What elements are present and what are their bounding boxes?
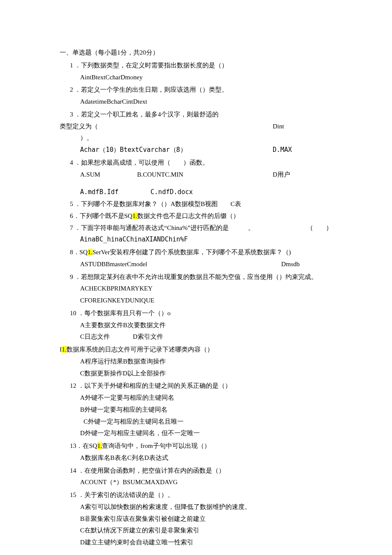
section-title: 一、单选题（每小题1分，共20分） [60,47,332,59]
q1-options: AintBtextCcharDmoney [60,72,332,84]
q7-options: AinaBC_hinaCChinaXIANDChin%F [60,234,332,246]
q13-highlight: 1. [97,442,102,449]
question-15: 15 ．关于索引的说法错误的是（）。 [60,489,332,501]
q5-num: 5 [70,200,73,207]
q2-text: ．若定义一个学生的出生日期，则应该选用（）类型。 [75,86,228,93]
q3-text: ．若定义一个职工姓名，最多4个汉字，则最舒适的 [75,111,219,118]
q3-num: 3 [70,111,73,118]
q3-text2: 类型定义为（ [60,121,98,133]
q10-options-1: A主要数据文件B次要数据文件 [60,320,332,331]
q15-text: ．关于索引的说法错误的是（）。 [78,491,174,498]
q13-num: 13 [70,442,76,449]
q4-text: ．如果想求最高成绩，可以使用（ ）函数。 [75,159,209,166]
q7-right: （ ） [317,222,332,234]
q8-post: SerVer安装程序创建了四个系统数据库，下列哪个不是系统数据库？（) [92,249,291,256]
q8-options-left: ASTUDBBmasterCmodel [80,261,147,267]
q8-num: 8 [70,249,73,256]
q2-num: 2 [70,86,73,93]
q9-num: 9 [70,273,73,280]
q8-options-right: Dmsdb [281,259,300,270]
q12-num: 12 [70,382,76,389]
q4-num: 4 [70,159,73,166]
q11-options-2: C数据更新操作D以上全部操作 [60,368,332,380]
q3-right2: D.MAX [273,144,292,156]
question-11: I1.数据库系统的日志文件可用于记录下述哪类内容（） [60,344,332,356]
q6-pre: ．下列哪个既不是SQ [73,212,133,219]
q4-opt-bc: B.COUNTC.MIN [137,171,183,178]
q4-extra-options: A.mdfB.Idf C.ndfD.docx [60,186,332,198]
q15-opt-a: A索引可以加快数据的检索速度，但降低了数据维护的速度。 [60,501,332,513]
q15-opt-c: C在默认情况下所建立的索引是非聚集索引 [60,525,332,537]
question-3-line1: 3 ．若定义一个职工姓名，最多4个汉字，则最舒适的 [60,109,332,121]
question-12: 12 ．以下关于外键和相应的主键之间的关系正确的是（） [60,380,332,392]
question-2: 2 ．若定义一个学生的出生日期，则应该选用（）类型。 [60,84,332,96]
q11-options-1: A程序运行结果B数据查询操作 [60,356,332,368]
q4-right: D用户 [273,169,290,181]
question-4: 4 ．如果想求最高成绩，可以使用（ ）函数。 [60,157,332,169]
q13-options: A数据库名B表名C列名D表达式 [60,452,332,464]
question-1: 1 ．下列数据类型，在定义时需要指出数据长度的是（） [60,60,332,72]
q10-text: ．每个数据库有且只有一个（）o [78,310,171,317]
q14-num: 14 [70,467,76,474]
q15-opt-b: B非聚集索引应该在聚集索引被创建之前建立 [60,513,332,525]
question-8: 8．SQ1.SerVer安装程序创建了四个系统数据库，下列哪个不是系统数据库？（… [60,247,332,259]
question-13: 13．在SQ1.查询语句中，from子句中可以出现（） [60,440,332,452]
q14-text: ．在使用聚合函数时，把空值计算在内的函数是（） [78,467,225,474]
q2-options: AdatetimeBcharCintDtext [60,96,332,108]
q10-options-2r: D索引文件 [133,333,163,340]
question-5: 5 ．下列哪个不是数据库对象？（）A数据模型B视图 C表 [60,198,332,210]
q6-post: 数据文件也不是口志文件的后缀（） [137,212,239,219]
q15-num: 15 [70,491,76,498]
q7-text: ．下面字符串能与通配符表达式“China%”进行匹配的是 。 [75,224,254,231]
q3-text3: ）。 [60,132,332,144]
q6-highlight: 1. [133,212,137,219]
q9-options-2: CFOREIGNKEYDUNIQUE [60,295,332,307]
q9-text: ．若想限定某列在表中不允许出现重复的数据且不能为空值，应当使用（）约束完成。 [75,273,317,280]
q13-post: 查询语句中，from子句中可以出现（） [102,442,210,449]
q11-highlight: 1. [62,346,66,353]
q10-num: 10 [70,310,76,317]
q12-opt-b: B外键一定要与相应的主键同名 [60,404,332,416]
q3-options: Achar（10）BtextCvarchar（8） [80,146,187,154]
q10-options-2l: C日志文件 [80,331,131,343]
q1-num: 1 [70,62,73,69]
question-6: 6．下列哪个既不是SQ1.数据文件也不是口志文件的后缀（） [60,210,332,222]
q15-opt-d: D建立主键约束时会自动建立唯一性索引 [60,537,332,549]
q12-text: ．以下关于外键和相应的主键之间的关系正确的是（） [78,382,231,389]
question-7: 7 ．下面字符串能与通配符表达式“China%”进行匹配的是 。 （ ） [60,222,332,234]
question-9: 9 ．若想限定某列在表中不允许出现重复的数据且不能为空值，应当使用（）约束完成。 [60,271,332,283]
q14-options: ACOUNT（*）BSUMCMAXDAVG [60,477,332,488]
q6-num: 6 [70,212,73,219]
q8-highlight: 1. [88,249,92,256]
q4-opt-a: A.SUM [80,169,135,181]
question-14: 14 ．在使用聚合函数时，把空值计算在内的函数是（） [60,465,332,477]
q5-text: ．下列哪个不是数据库对象？（）A数据模型B视图 C表 [75,200,241,207]
q12-opt-c: C外键一定与相应的主键同名且唯一 [60,416,332,428]
q11-post: 数据库系统的日志文件可用于记录下述哪类内容（） [66,346,213,353]
q12-opt-d: D外键一定与相应主键同名，但不一定唯一 [60,427,332,439]
q7-num: 7 [70,224,73,231]
q9-options-1: ACHECKBPRIMARYKEY [60,283,332,295]
q3-right1: Dint [273,121,284,133]
q12-opt-a: A外键不一定要与相应的主键同名 [60,392,332,404]
question-10: 10 ．每个数据库有且只有一个（）o [60,308,332,320]
q13-pre: ．在SQ [76,442,97,449]
q1-text: ．下列数据类型，在定义时需要指出数据长度的是（） [75,62,228,69]
q8-pre: ．SQ [73,249,88,256]
